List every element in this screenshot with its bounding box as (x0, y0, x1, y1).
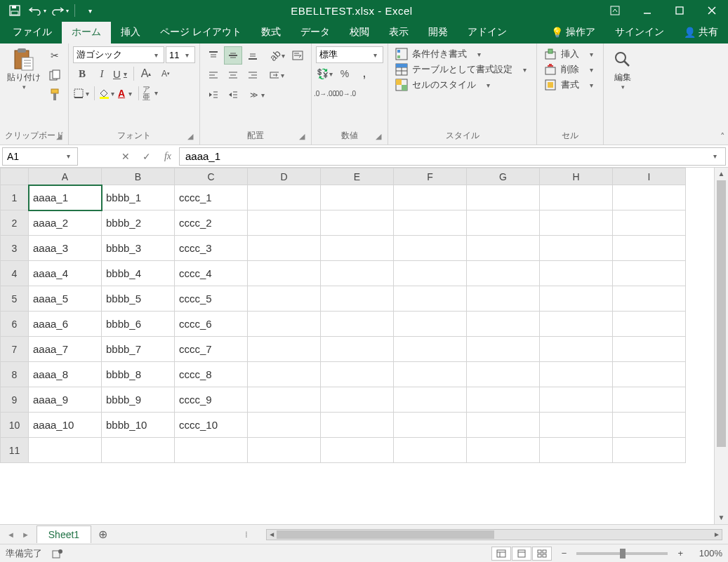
col-header-E[interactable]: E (321, 168, 394, 185)
cell-E3[interactable] (321, 236, 394, 261)
copy-button[interactable] (46, 66, 64, 84)
delete-cells-button[interactable]: 削除▾ (544, 63, 596, 76)
cell-A5[interactable]: aaaa_5 (29, 286, 102, 312)
zoom-level[interactable]: 100% (687, 548, 722, 558)
cell-G7[interactable] (467, 337, 540, 362)
cell-E10[interactable] (321, 413, 394, 438)
find-select-button[interactable]: 編集 ▾ (608, 46, 637, 92)
tab-file[interactable]: ファイル (3, 22, 62, 44)
qat-customize-button[interactable]: ▾ (79, 1, 100, 20)
cell-G9[interactable] (467, 387, 540, 413)
cell-A8[interactable]: aaaa_8 (29, 362, 102, 387)
tab-developer[interactable]: 開発 (418, 22, 458, 44)
row-header-1[interactable]: 1 (1, 185, 29, 210)
format-painter-button[interactable] (46, 86, 64, 104)
tab-home[interactable]: ホーム (62, 22, 111, 44)
vscroll-thumb[interactable] (717, 180, 726, 447)
cell-D11[interactable] (248, 438, 321, 463)
cell-A7[interactable]: aaaa_7 (29, 337, 102, 362)
cell-E2[interactable] (321, 210, 394, 236)
scroll-right-button[interactable]: ► (712, 530, 722, 540)
cell-I5[interactable] (613, 286, 686, 312)
cell-D10[interactable] (248, 413, 321, 438)
cell-G1[interactable] (467, 185, 540, 210)
tab-formulas[interactable]: 数式 (251, 22, 291, 44)
zoom-out-button[interactable]: − (557, 548, 571, 558)
page-break-view-button[interactable] (532, 547, 552, 561)
cell-E9[interactable] (321, 387, 394, 413)
cell-D6[interactable] (248, 312, 321, 337)
cell-I10[interactable] (613, 413, 686, 438)
cell-B7[interactable]: bbbb_7 (102, 337, 175, 362)
comma-button[interactable]: , (355, 65, 373, 83)
save-button[interactable] (4, 1, 25, 20)
cell-D1[interactable] (248, 185, 321, 210)
accounting-format-button[interactable]: 💱▾ (316, 65, 334, 83)
share-button[interactable]: 👤共有 (674, 22, 728, 44)
name-box[interactable]: A1▾ (2, 147, 78, 166)
cell-B5[interactable]: bbbb_5 (102, 286, 175, 312)
undo-button[interactable]: ▾ (27, 1, 48, 20)
cell-H6[interactable] (540, 312, 613, 337)
col-header-G[interactable]: G (467, 168, 540, 185)
cell-G10[interactable] (467, 413, 540, 438)
cell-D2[interactable] (248, 210, 321, 236)
wrap-text-button[interactable] (289, 46, 307, 65)
tab-view[interactable]: 表示 (379, 22, 418, 44)
col-header-A[interactable]: A (29, 168, 102, 185)
add-sheet-button[interactable]: ⊕ (91, 525, 114, 544)
cell-G5[interactable] (467, 286, 540, 312)
horizontal-scrollbar[interactable]: ◄ ► (266, 529, 722, 540)
cell-A2[interactable]: aaaa_2 (29, 210, 102, 236)
cell-E7[interactable] (321, 337, 394, 362)
cell-C10[interactable]: cccc_10 (175, 413, 248, 438)
row-header-3[interactable]: 3 (1, 236, 29, 261)
cell-C8[interactable]: cccc_8 (175, 362, 248, 387)
increase-decimal-button[interactable]: .0→.00 (316, 84, 334, 102)
cell-B8[interactable]: bbbb_8 (102, 362, 175, 387)
tab-pagelayout[interactable]: ページ レイアウト (150, 22, 251, 44)
cell-A1[interactable]: aaaa_1 (29, 185, 102, 210)
cell-I8[interactable] (613, 362, 686, 387)
cell-F9[interactable] (394, 387, 467, 413)
cell-styles-button[interactable]: セルのスタイル▾ (395, 79, 529, 91)
cell-I11[interactable] (613, 438, 686, 463)
cell-E8[interactable] (321, 362, 394, 387)
vertical-scrollbar[interactable]: ▲ ▼ (714, 168, 728, 524)
scroll-left-button[interactable]: ◄ (267, 530, 277, 540)
tab-insert[interactable]: 挿入 (111, 22, 150, 44)
cell-B1[interactable]: bbbb_1 (102, 185, 175, 210)
fill-color-button[interactable]: ▾ (98, 84, 116, 102)
align-middle-button[interactable] (224, 46, 242, 65)
increase-indent-button[interactable] (224, 86, 242, 104)
row-header-2[interactable]: 2 (1, 210, 29, 236)
cell-A4[interactable]: aaaa_4 (29, 261, 102, 286)
collapse-ribbon-button[interactable]: ˄ (720, 131, 725, 142)
cell-F10[interactable] (394, 413, 467, 438)
sheet-tab[interactable]: Sheet1 (37, 526, 91, 543)
grow-font-button[interactable]: A▴ (137, 65, 155, 83)
phonetic-button[interactable]: ア亜▾ (142, 84, 160, 102)
cell-H9[interactable] (540, 387, 613, 413)
cell-G8[interactable] (467, 362, 540, 387)
row-header-4[interactable]: 4 (1, 261, 29, 286)
cell-F4[interactable] (394, 261, 467, 286)
cell-C7[interactable]: cccc_7 (175, 337, 248, 362)
cell-B10[interactable]: bbbb_10 (102, 413, 175, 438)
cell-F1[interactable] (394, 185, 467, 210)
col-header-D[interactable]: D (248, 168, 321, 185)
cell-C1[interactable]: cccc_1 (175, 185, 248, 210)
orientation-button-2[interactable]: ≫▾ (249, 86, 267, 104)
col-header-I[interactable]: I (613, 168, 686, 185)
percent-button[interactable]: % (336, 65, 354, 83)
cell-D7[interactable] (248, 337, 321, 362)
cell-G3[interactable] (467, 236, 540, 261)
font-name-combo[interactable]: 游ゴシック▾ (73, 46, 164, 63)
number-format-combo[interactable]: 標準▾ (316, 46, 383, 63)
col-header-C[interactable]: C (175, 168, 248, 185)
cell-E11[interactable] (321, 438, 394, 463)
redo-button[interactable]: ▾ (49, 1, 70, 20)
row-header-6[interactable]: 6 (1, 312, 29, 337)
cell-A3[interactable]: aaaa_3 (29, 236, 102, 261)
row-header-10[interactable]: 10 (1, 413, 29, 438)
